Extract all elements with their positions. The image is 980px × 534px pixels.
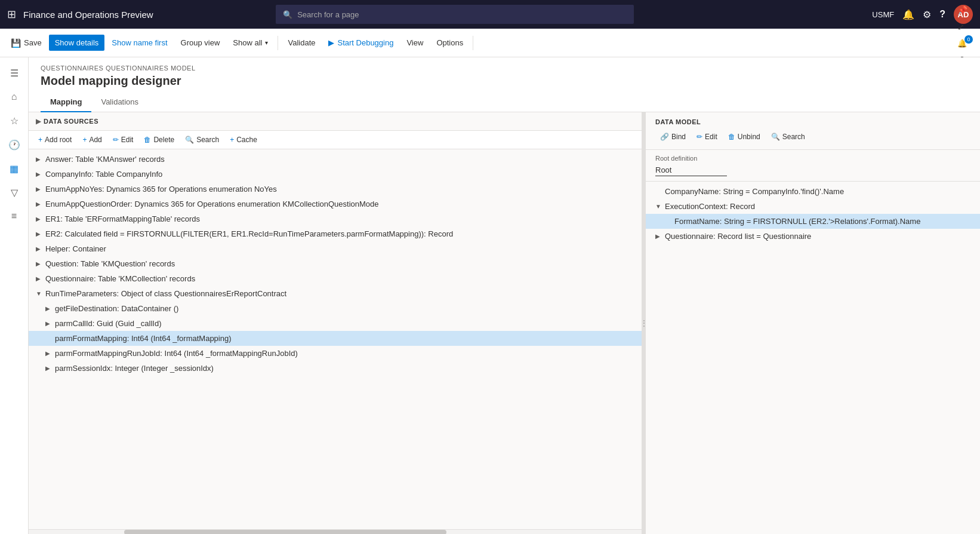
- expand-button[interactable]: ⤢: [951, 19, 970, 35]
- expand-icon[interactable]: ▼: [655, 203, 662, 210]
- ds-delete-icon: 🗑: [144, 136, 151, 144]
- group-view-button[interactable]: Group view: [175, 35, 226, 51]
- expand-icon[interactable]: ▶: [36, 186, 43, 192]
- expand-icon[interactable]: ▶: [36, 260, 43, 267]
- bind-button[interactable]: 🔗 Bind: [655, 130, 691, 143]
- ds-add-button[interactable]: + Add: [78, 133, 106, 146]
- validate-button[interactable]: Validate: [282, 35, 321, 51]
- app-grid-icon[interactable]: ⊞: [7, 8, 16, 21]
- list-item[interactable]: ▶ parmSessionIdx: Integer (Integer _sess…: [29, 361, 642, 376]
- list-item[interactable]: ▶ Questionnaire: Record list = Questionn…: [646, 229, 980, 244]
- expand-icon[interactable]: ▼: [36, 290, 43, 297]
- unbind-button[interactable]: 🗑 Unbind: [723, 130, 765, 143]
- bind-icon: 🔗: [660, 133, 669, 141]
- horizontal-scrollbar[interactable]: [29, 529, 642, 534]
- ds-search-button[interactable]: 🔍 Search: [180, 133, 224, 146]
- expand-icon[interactable]: ▶: [655, 233, 662, 240]
- expand-icon: [665, 218, 672, 225]
- list-item[interactable]: ▶ CompanyInfo: Table CompanyInfo: [29, 167, 642, 182]
- view-button[interactable]: View: [400, 35, 429, 51]
- show-all-button[interactable]: Show all ▾: [227, 35, 274, 51]
- save-icon: 💾: [11, 38, 21, 48]
- group-view-label: Group view: [181, 38, 220, 47]
- list-item[interactable]: CompanyName: String = CompanyInfo.'find(…: [646, 184, 980, 199]
- tree-item-text: EnumAppQuestionOrder: Dynamics 365 for O…: [45, 200, 634, 208]
- data-model-header: DATA MODEL 🔗 Bind ✏ Edit 🗑 Unbind: [646, 112, 980, 150]
- ds-edit-icon: ✏: [113, 136, 119, 144]
- expand-icon[interactable]: ▶: [45, 365, 53, 372]
- rail-home-icon[interactable]: ⌂: [4, 86, 25, 108]
- list-item[interactable]: FormatName: String = FIRSTORNULL (ER2.'>…: [646, 214, 980, 229]
- ds-search-icon: 🔍: [185, 136, 194, 144]
- list-item[interactable]: ▶ Question: Table 'KMQuestion' records: [29, 256, 642, 271]
- search-placeholder: Search for a page: [297, 10, 359, 19]
- start-debugging-button[interactable]: ▶ Start Debugging: [322, 35, 399, 51]
- ds-delete-button[interactable]: 🗑 Delete: [139, 133, 179, 146]
- tree-item-text: ER1: Table 'ERFormatMappingTable' record…: [45, 214, 634, 223]
- ds-cache-button[interactable]: + Cache: [225, 133, 262, 146]
- expand-icon[interactable]: ▶: [36, 245, 43, 252]
- expand-icon[interactable]: ▶: [36, 156, 43, 162]
- bell-icon[interactable]: 🔔: [902, 9, 914, 20]
- help-icon[interactable]: ?: [939, 9, 945, 20]
- list-item[interactable]: ▶ EnumAppQuestionOrder: Dynamics 365 for…: [29, 197, 642, 211]
- add-root-button[interactable]: + Add root: [33, 133, 76, 146]
- notification-button[interactable]: 🔔 0: [951, 35, 973, 51]
- data-sources-tree: ▶ Answer: Table 'KMAnswer' records ▶ Com…: [29, 149, 642, 529]
- options-button[interactable]: Options: [430, 35, 469, 51]
- data-sources-panel: ▶ DATA SOURCES + Add root + Add ✏ E: [29, 112, 642, 534]
- expand-icon[interactable]: ▶: [45, 320, 53, 327]
- save-button[interactable]: 💾 Save: [5, 35, 48, 51]
- gear-icon[interactable]: ⚙: [923, 9, 931, 20]
- pin-button[interactable]: 📌: [951, 2, 973, 19]
- tree-item-text: EnumAppNoYes: Dynamics 365 for Operation…: [45, 185, 634, 194]
- toolbar-separator-2: [473, 36, 473, 50]
- show-name-first-button[interactable]: Show name first: [106, 35, 173, 51]
- expand-icon[interactable]: ▶: [36, 231, 43, 237]
- list-item[interactable]: ▶ EnumAppNoYes: Dynamics 365 for Operati…: [29, 182, 642, 197]
- data-model-title: DATA MODEL: [655, 118, 970, 125]
- list-item[interactable]: parmFormatMapping: Int64 (Int64 _formatM…: [29, 331, 642, 346]
- ds-add-label: Add: [89, 136, 101, 144]
- rail-workspaces-icon[interactable]: ▦: [4, 158, 25, 179]
- list-item[interactable]: ▶ ER2: Calculated field = FIRSTORNULL(FI…: [29, 226, 642, 241]
- rail-filter-icon[interactable]: ▽: [4, 182, 25, 203]
- rail-modules-icon[interactable]: ≡: [4, 205, 25, 227]
- expand-icon[interactable]: ▶: [36, 275, 43, 282]
- expand-icon[interactable]: ▶: [45, 350, 53, 357]
- expand-icon[interactable]: ▶: [36, 216, 43, 222]
- list-item[interactable]: ▶ Questionnaire: Table 'KMCollection' re…: [29, 271, 642, 286]
- validate-label: Validate: [288, 38, 315, 47]
- ds-edit-button[interactable]: ✏ Edit: [108, 133, 138, 146]
- ds-collapse-icon[interactable]: ▶: [36, 117, 41, 125]
- rail-recent-icon[interactable]: 🕐: [4, 134, 25, 155]
- dm-search-button[interactable]: 🔍 Search: [766, 130, 810, 143]
- show-all-label: Show all: [233, 38, 262, 47]
- list-item[interactable]: ▶ getFileDestination: DataContainer (): [29, 301, 642, 316]
- expand-icon[interactable]: ▶: [45, 305, 53, 312]
- list-item[interactable]: ▶ Answer: Table 'KMAnswer' records: [29, 152, 642, 167]
- list-item[interactable]: ▶ ER1: Table 'ERFormatMappingTable' reco…: [29, 211, 642, 226]
- list-item[interactable]: ▶ Helper: Container: [29, 241, 642, 256]
- list-item[interactable]: ▼ RunTimeParameters: Object of class Que…: [29, 286, 642, 301]
- global-search-bar[interactable]: 🔍 Search for a page: [276, 5, 634, 24]
- rail-hamburger-icon[interactable]: ☰: [4, 62, 25, 84]
- root-definition-input[interactable]: [655, 164, 727, 176]
- show-details-button[interactable]: Show details: [49, 35, 105, 51]
- tree-item-text: Questionnaire: Table 'KMCollection' reco…: [45, 274, 634, 283]
- show-name-first-label: Show name first: [112, 38, 167, 47]
- dm-edit-button[interactable]: ✏ Edit: [692, 130, 722, 143]
- list-item[interactable]: ▶ parmFormatMappingRunJobId: Int64 (Int6…: [29, 346, 642, 361]
- tree-item-text: ER2: Calculated field = FIRSTORNULL(FILT…: [45, 229, 634, 238]
- expand-icon[interactable]: ▶: [36, 201, 43, 207]
- rail-favorites-icon[interactable]: ☆: [4, 110, 25, 131]
- expand-icon[interactable]: ▶: [36, 171, 43, 177]
- tab-mapping[interactable]: Mapping: [41, 93, 91, 112]
- scrollbar-thumb[interactable]: [124, 530, 446, 534]
- tree-item-text: RunTimeParameters: Object of class Quest…: [45, 289, 634, 298]
- tree-item-text: Helper: Container: [45, 244, 634, 253]
- list-item[interactable]: ▼ ExecutionContext: Record: [646, 199, 980, 214]
- data-model-panel: DATA MODEL 🔗 Bind ✏ Edit 🗑 Unbind: [646, 112, 980, 534]
- list-item[interactable]: ▶ parmCallId: Guid (Guid _callId): [29, 316, 642, 331]
- tab-validations[interactable]: Validations: [91, 93, 148, 112]
